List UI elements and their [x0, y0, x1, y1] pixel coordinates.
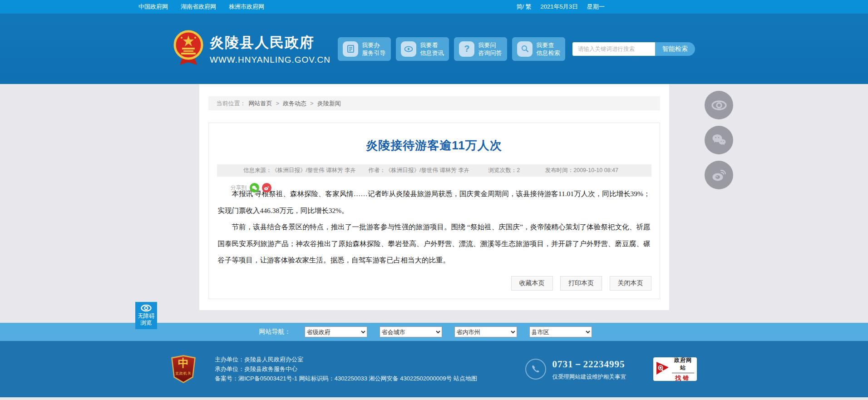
eye-icon [711, 100, 727, 110]
qbtn-line1: 我要办 [362, 42, 380, 49]
select-province-cities[interactable]: 省内市州 [454, 326, 517, 337]
site-search: 智能检索 [572, 42, 695, 56]
link-hunan-gov[interactable]: 湖南省政府网 [181, 3, 216, 11]
site-nav-label: 网站导航： [259, 328, 291, 336]
breadcrumb-home[interactable]: 网站首页 [249, 99, 272, 108]
gov-site-error-report-badge[interactable]: 政府网站 找错 [653, 357, 697, 381]
footer-info: 主办单位：炎陵县人民政府办公室 承办单位：炎陵县政务服务中心 备案号：湘ICP备… [215, 354, 477, 384]
quick-buttons: 我要办服务引导 我要看信息资讯 ? 我要问咨询问答 我要查信息检索 [338, 37, 565, 61]
site-logo[interactable]: 炎陵县人民政府 WWW.HNYANLING.GOV.CN [173, 30, 330, 69]
meta-publish-time: 发布时间：2009-10-10 08:47 [545, 167, 618, 173]
accessibility-label-line1: 无障碍 [138, 313, 155, 319]
site-footer: 中 党政机关 主办单位：炎陵县人民政府办公室 承办单位：炎陵县政务服务中心 备案… [0, 341, 868, 397]
phone-icon [525, 359, 546, 380]
current-weekday: 星期一 [587, 3, 605, 11]
share-widget: 分享到 [231, 183, 271, 193]
party-gov-shield-icon: 中 党政机关 [171, 355, 196, 383]
error-report-magnifier-icon [656, 361, 670, 377]
error-badge-line2: 找错 [672, 374, 694, 382]
bookmark-page-button[interactable]: 收藏本页 [511, 276, 553, 291]
breadcrumb-yanling-news[interactable]: 炎陵新闻 [317, 99, 341, 108]
accessibility-eye-button[interactable] [705, 91, 733, 119]
footer-organizer: 主办单位：炎陵县人民政府办公室 [215, 356, 477, 364]
breadcrumb: 当前位置： 网站首页 > 政务动态 > 炎陵新闻 [208, 96, 660, 110]
shield-label: 党政机关 [175, 371, 192, 376]
article: 炎陵接待游客逾11万人次 信息来源：《株洲日报》/黎世伟 谭林芳 李卉 作者：《… [208, 123, 660, 299]
footer-phone-number: 0731－22234995 [552, 358, 626, 370]
breadcrumb-separator: > [276, 100, 280, 107]
share-label: 分享到 [231, 184, 247, 192]
floating-toolbar [705, 91, 733, 189]
question-icon: ? [459, 41, 474, 57]
share-weibo-icon[interactable] [262, 183, 271, 193]
qbtn-line2: 信息检索 [536, 49, 560, 56]
link-china-gov[interactable]: 中国政府网 [138, 3, 168, 11]
select-county-districts[interactable]: 县市区 [529, 326, 592, 337]
national-emblem-icon [173, 30, 203, 69]
wechat-share-button[interactable] [705, 126, 733, 154]
button-i-want-service[interactable]: 我要办服务引导 [338, 37, 391, 61]
button-i-want-ask[interactable]: ? 我要问咨询问答 [454, 37, 507, 61]
button-i-want-search[interactable]: 我要查信息检索 [512, 37, 565, 61]
eye-icon [141, 305, 152, 311]
breadcrumb-separator: > [310, 100, 314, 107]
footer-undertaker: 承办单位：炎陵县政务服务中心 [215, 365, 477, 373]
breadcrumb-gov-news[interactable]: 政务动态 [283, 99, 306, 108]
article-meta-bar: 信息来源：《株洲日报》/黎世伟 谭林芳 李卉 作者：《株洲日报》/黎世伟 谭林芳… [217, 164, 651, 177]
lang-switch[interactable]: 简/ 繁 [516, 3, 531, 11]
article-actions: 收藏本页 打印本页 关闭本页 [506, 276, 651, 291]
button-i-want-read[interactable]: 我要看信息资讯 [396, 37, 449, 61]
site-url: WWW.HNYANLING.GOV.CN [210, 55, 330, 65]
current-date: 2021年5月3日 [541, 3, 578, 11]
share-wechat-icon[interactable] [250, 183, 259, 193]
gov-links: 中国政府网 湖南省政府网 株洲市政府网 [138, 3, 264, 11]
site-name: 炎陵县人民政府 [210, 33, 330, 52]
qbtn-line1: 我要看 [420, 42, 438, 49]
qbtn-line2: 信息资讯 [420, 49, 444, 56]
meta-author: 作者：《株洲日报》/黎世伟 谭林芳 李卉 [368, 167, 469, 173]
print-page-button[interactable]: 打印本页 [560, 276, 602, 291]
search-icon [517, 41, 533, 57]
footer-phone-note: 仅受理网站建设维护相关事宜 [552, 373, 626, 381]
site-header: 炎陵县人民政府 WWW.HNYANLING.GOV.CN 我要办服务引导 我要看… [0, 14, 868, 84]
top-bar: 中国政府网 湖南省政府网 株洲市政府网 简/ 繁 2021年5月3日 星期一 [0, 0, 868, 14]
footer-contact: 0731－22234995 仅受理网站建设维护相关事宜 [525, 358, 626, 381]
search-input[interactable] [572, 42, 655, 56]
article-title: 炎陵接待游客逾11万人次 [209, 138, 660, 153]
link-zhuzhou-gov[interactable]: 株洲市政府网 [229, 3, 264, 11]
meta-source: 信息来源：《株洲日报》/黎世伟 谭林芳 李卉 [243, 167, 356, 173]
select-capital-cities[interactable]: 省会城市 [380, 326, 442, 337]
qbtn-line1: 我要问 [478, 42, 496, 49]
eye-icon [401, 41, 416, 57]
error-badge-line1: 政府网站 [672, 356, 694, 373]
article-paragraph: 本报讯 寻根祭祖、森林探险、客家风情……记者昨从炎陵县旅游局获悉，国庆黄金周期间… [218, 186, 651, 219]
document-icon [343, 41, 358, 57]
shield-glyph: 中 [178, 356, 189, 370]
footer-icp-line: 备案号：湘ICP备05003421号-1 网站标识码：4302250033 湘公… [215, 375, 477, 383]
main-area: 当前位置： 网站首页 > 政务动态 > 炎陵新闻 炎陵接待游客逾11万人次 信息… [0, 84, 868, 323]
article-body: 分享到 本报讯 寻根祭祖、森林探险、客家风情……记者昨从炎陵县旅游局获悉，国庆黄… [209, 186, 660, 269]
accessibility-label-line2: 浏览 [141, 320, 152, 326]
qbtn-line2: 咨询问答 [478, 49, 502, 56]
qbtn-line2: 服务引导 [362, 49, 385, 56]
meta-views: 浏览次数：2 [488, 167, 520, 173]
weibo-icon [711, 168, 727, 182]
close-page-button[interactable]: 关闭本页 [610, 276, 651, 291]
article-paragraph: 节前，该县结合各景区的特点，推出了一批游客参与性强的旅游项目。围绕 “祭始祖、庆… [218, 219, 651, 269]
wechat-icon [711, 133, 727, 147]
accessibility-browse-badge[interactable]: 无障碍 浏览 [135, 302, 157, 329]
weibo-share-button[interactable] [705, 161, 733, 189]
breadcrumb-label: 当前位置： [217, 99, 246, 108]
bottom-strip [0, 397, 868, 400]
smart-search-button[interactable]: 智能检索 [655, 42, 695, 56]
content-card: 当前位置： 网站首页 > 政务动态 > 炎陵新闻 炎陵接待游客逾11万人次 信息… [199, 84, 669, 310]
qbtn-line1: 我要查 [536, 42, 554, 49]
select-provincial-gov[interactable]: 省级政府 [305, 326, 367, 337]
site-nav-strip: 网站导航： 省级政府 省会城市 省内市州 县市区 [0, 323, 868, 341]
